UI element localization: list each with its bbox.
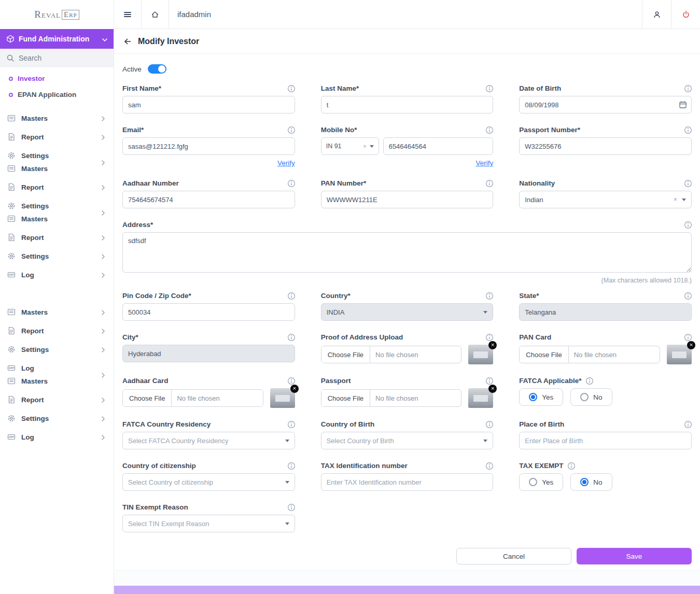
info-icon[interactable] (485, 377, 493, 385)
choose-file-button[interactable]: Choose File (321, 346, 370, 363)
info-icon[interactable] (485, 333, 493, 341)
info-icon[interactable] (684, 420, 692, 428)
info-icon[interactable] (287, 377, 295, 385)
hamburger-menu-button[interactable] (114, 0, 142, 29)
fatca-country-select[interactable]: Select FATCA Country Residency (122, 432, 295, 449)
country-code-select[interactable]: IN 91 (321, 137, 379, 155)
active-toggle[interactable] (148, 64, 166, 74)
first-name-input[interactable] (122, 96, 295, 114)
info-icon[interactable] (684, 84, 692, 92)
sidebar-item-epan-application[interactable]: EPAN Application (0, 87, 114, 103)
info-icon[interactable] (485, 292, 493, 300)
aadhaar-number-input[interactable] (122, 191, 295, 208)
country-of-birth-select[interactable]: Select Country of Birth (321, 432, 494, 449)
place-of-birth-input[interactable] (519, 432, 692, 449)
pan-number-input[interactable] (321, 191, 494, 208)
remove-file-icon[interactable] (687, 341, 695, 349)
info-icon[interactable] (684, 179, 692, 187)
info-icon[interactable] (287, 179, 295, 187)
address-textarea[interactable]: sdfsdf (122, 232, 692, 273)
choose-file-button[interactable]: Choose File (520, 346, 568, 363)
clear-icon[interactable] (363, 143, 366, 149)
nationality-select[interactable]: Indian (519, 191, 692, 208)
sidebar-item-log-1[interactable]: Log (0, 265, 114, 284)
sidebar-item-masters-1[interactable]: Masters (0, 109, 114, 128)
tin-exempt-reason-select[interactable]: Select TIN Exempt Reason (122, 515, 295, 532)
info-icon[interactable] (684, 292, 692, 300)
email-verify-link[interactable]: Verify (277, 159, 295, 167)
mobile-input[interactable] (383, 137, 494, 155)
passport-file-input[interactable]: Choose File No file chosen (321, 389, 462, 407)
proof-of-address-file-input[interactable]: Choose File No file chosen (321, 346, 462, 363)
tax-id-input[interactable] (321, 473, 494, 491)
info-icon[interactable] (684, 333, 692, 341)
info-icon[interactable] (287, 420, 295, 428)
info-icon[interactable] (287, 462, 295, 470)
clear-icon[interactable] (674, 196, 677, 203)
sidebar-item-report-4[interactable]: Report (0, 321, 114, 340)
profile-button[interactable] (642, 0, 671, 29)
sidebar-item-settings-masters-2[interactable]: Settings Masters (0, 196, 114, 228)
field-country-of-birth: Country of Birth Select Country of Birth (321, 420, 494, 449)
passport-thumbnail[interactable] (468, 388, 493, 408)
tax-exempt-yes-radio[interactable]: Yes (519, 473, 563, 491)
pan-card-file-input[interactable]: Choose File No file chosen (519, 346, 660, 363)
last-name-input[interactable] (321, 96, 494, 114)
remove-file-icon[interactable] (488, 341, 497, 349)
info-icon[interactable] (485, 420, 493, 428)
module-header-fund-administration[interactable]: Fund Administration (0, 29, 114, 49)
info-icon[interactable] (287, 84, 295, 92)
choose-file-button[interactable]: Choose File (123, 390, 172, 406)
cancel-button[interactable]: Cancel (456, 548, 571, 564)
info-icon[interactable] (684, 126, 692, 134)
choose-file-button[interactable]: Choose File (321, 390, 370, 406)
page-title: Modify Investor (138, 37, 199, 46)
proof-of-address-thumbnail[interactable] (468, 345, 493, 364)
info-icon[interactable] (287, 333, 295, 341)
info-icon[interactable] (287, 503, 295, 511)
tax-exempt-no-radio[interactable]: No (570, 473, 612, 491)
mobile-verify-link[interactable]: Verify (476, 159, 494, 167)
save-button[interactable]: Save (577, 548, 692, 564)
remove-file-icon[interactable] (488, 385, 497, 393)
sidebar-item-log-masters[interactable]: Log Masters (0, 359, 114, 390)
sidebar-item-settings-1[interactable]: Settings (0, 247, 114, 265)
calendar-icon[interactable] (679, 101, 687, 109)
sidebar-item-settings-3[interactable]: Settings (0, 409, 114, 428)
info-icon[interactable] (485, 462, 493, 470)
info-icon[interactable] (585, 377, 593, 385)
pan-card-thumbnail[interactable] (667, 345, 692, 364)
logout-button[interactable] (671, 0, 700, 29)
chevron-right-icon (99, 115, 106, 122)
passport-number-input[interactable] (519, 137, 692, 155)
dob-input[interactable] (519, 96, 692, 114)
citizenship-select[interactable]: Select Country of citizenship (122, 473, 295, 491)
remove-file-icon[interactable] (290, 385, 299, 393)
sidebar-item-investor[interactable]: Investor (0, 70, 114, 87)
email-input[interactable] (122, 137, 295, 155)
info-icon[interactable] (684, 221, 692, 229)
fatca-yes-radio[interactable]: Yes (519, 388, 563, 406)
sidebar-item-report-1[interactable]: Report (0, 128, 114, 146)
info-icon[interactable] (485, 126, 493, 134)
info-icon[interactable] (287, 126, 295, 134)
info-icon[interactable] (567, 462, 575, 470)
aadhaar-card-thumbnail[interactable] (270, 388, 295, 408)
sidebar-item-settings-masters-1[interactable]: Settings Masters (0, 146, 114, 178)
back-arrow-icon[interactable] (123, 37, 132, 46)
sidebar-item-settings-2[interactable]: Settings (0, 340, 114, 359)
sidebar-item-log-2[interactable]: Log (0, 428, 114, 446)
sidebar-item-masters-2[interactable]: Masters (0, 303, 114, 321)
fatca-no-radio[interactable]: No (570, 388, 612, 406)
info-icon[interactable] (485, 179, 493, 187)
sidebar-item-report-3[interactable]: Report (0, 228, 114, 247)
aadhaar-card-file-input[interactable]: Choose File No file chosen (122, 389, 263, 407)
sidebar-item-report-5[interactable]: Report (0, 390, 114, 409)
sidebar-item-report-2[interactable]: Report (0, 178, 114, 196)
info-icon[interactable] (287, 292, 295, 300)
report-icon (7, 183, 16, 191)
pincode-input[interactable] (122, 303, 295, 321)
search-input[interactable] (19, 54, 107, 62)
home-button[interactable] (142, 0, 169, 29)
info-icon[interactable] (485, 84, 493, 92)
